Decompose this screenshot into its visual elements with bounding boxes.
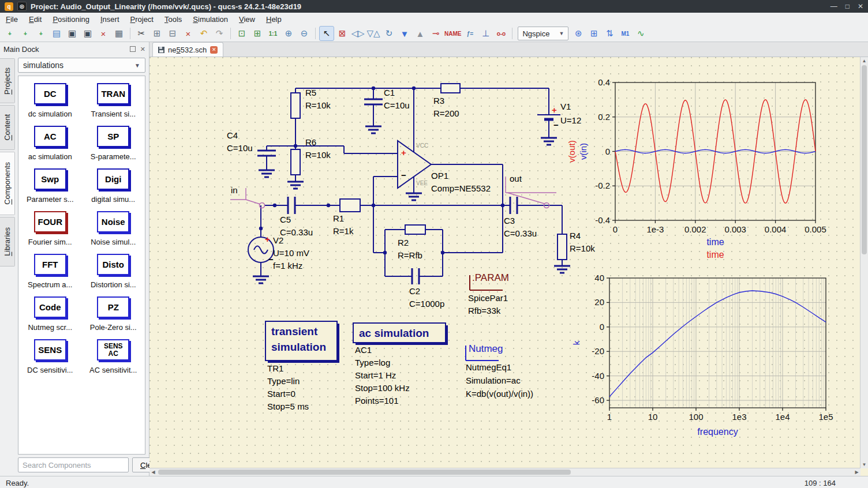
schematic-canvas[interactable]: 01e-30.0020.0030.0040.0050.40.20-0.2-0.4… — [149, 57, 868, 476]
schematic-label[interactable]: f=1 kHz — [273, 261, 302, 271]
schematic-label[interactable]: + — [552, 106, 557, 115]
component-digi[interactable]: Digidigital simu... — [82, 168, 145, 204]
select-tool-button[interactable]: ↖ — [319, 26, 334, 41]
schematic-label[interactable]: Stop=5 ms — [267, 402, 309, 412]
schematic-label[interactable]: R=200 — [433, 109, 459, 119]
schematic-label[interactable]: K=db(v(out)/v(in)) — [466, 389, 533, 399]
menu-simulation[interactable]: Simulation — [193, 15, 228, 24]
undo-button[interactable]: ↶ — [196, 26, 211, 41]
component-swp[interactable]: SwpParameter s... — [18, 168, 82, 204]
mirror-y-button[interactable]: ▽△ — [366, 26, 381, 41]
schematic-label[interactable]: C=1000p — [409, 299, 444, 309]
schematic-label[interactable]: Start=0 — [267, 389, 295, 399]
scroll-down-icon[interactable]: ▼ — [860, 461, 868, 468]
schematic-label[interactable]: + — [401, 148, 406, 158]
dock-tab-libraries[interactable]: Libraries — [0, 217, 15, 266]
tab-ne5532-sch[interactable]: ne5532.sch ✕ — [152, 42, 223, 57]
save-all-button[interactable]: ▣ — [80, 26, 95, 41]
dock-close-icon[interactable]: ✕ — [140, 46, 145, 53]
menu-project[interactable]: Project — [130, 15, 154, 24]
schematic-area[interactable]: 01e-30.0020.0030.0040.0050.40.20-0.2-0.4… — [149, 57, 860, 468]
schematic-label[interactable]: Points=101 — [355, 396, 398, 406]
horizontal-scroll-thumb[interactable] — [158, 470, 571, 475]
dock-float-icon[interactable] — [130, 46, 136, 52]
ports[interactable] — [230, 177, 556, 208]
insert-ground-button[interactable]: ⊥ — [478, 26, 493, 41]
wire-label-button[interactable]: NAME — [444, 26, 462, 41]
schematic-label[interactable]: C3 — [504, 216, 515, 226]
zoom-1-1-button[interactable]: 1:1 — [265, 26, 280, 41]
schematic-label[interactable]: R5 — [305, 88, 316, 98]
component-pz[interactable]: PZPole-Zero si... — [82, 296, 145, 332]
dock-tab-projects[interactable]: Projects — [0, 58, 15, 103]
scroll-left-icon[interactable]: ◀ — [149, 468, 157, 476]
insert-equation-button[interactable]: ƒ= — [462, 26, 477, 41]
schematic-label[interactable]: R4 — [570, 231, 581, 241]
simulate-button[interactable]: ⊛ — [571, 26, 586, 41]
component-four[interactable]: FOURFourier sim... — [18, 211, 82, 246]
schematic-label[interactable]: C=10u — [384, 101, 410, 111]
minimize-button[interactable]: — — [830, 2, 837, 10]
new-symbol-button[interactable]: + — [33, 26, 48, 41]
wave-probe-button[interactable]: ∿ — [633, 26, 648, 41]
print-button[interactable]: ▦ — [111, 26, 126, 41]
schematic-label[interactable]: + — [265, 235, 270, 245]
schematic-label[interactable]: in — [231, 186, 238, 196]
battery-v1[interactable] — [537, 115, 560, 119]
schematic-label[interactable]: R1 — [333, 214, 344, 224]
schematic-label[interactable]: VEE — [416, 180, 428, 186]
new-schematic-button[interactable]: + — [2, 26, 17, 41]
save-button[interactable]: ▣ — [65, 26, 80, 41]
zoom-out-button[interactable]: ⊖ — [297, 26, 312, 41]
component-dc[interactable]: DCdc simulation — [18, 83, 82, 118]
schematic-label[interactable]: U=10 mV — [273, 249, 309, 258]
component-disto[interactable]: DistoDistortion si... — [82, 254, 145, 289]
schematic-label[interactable]: Comp=NE5532 — [431, 184, 491, 194]
schematic-label[interactable]: OP1 — [431, 171, 448, 181]
paste-button[interactable]: ⊟ — [165, 26, 180, 41]
schematic-label[interactable]: AC1 — [355, 346, 372, 355]
dock-tab-content[interactable]: Content — [0, 105, 15, 150]
menu-insert[interactable]: Insert — [100, 15, 119, 24]
insert-wire-button[interactable]: ⊸ — [428, 26, 443, 41]
component-sp[interactable]: SPS-paramete... — [82, 126, 145, 161]
simulator-combo[interactable]: Ngspice▼ — [518, 27, 568, 40]
component-fft[interactable]: FFTSpectrum a... — [18, 254, 82, 289]
new-text-document-button[interactable]: + — [18, 26, 33, 41]
schematic-label[interactable]: C=0.33u — [280, 228, 313, 238]
tab-close-icon[interactable]: ✕ — [210, 46, 218, 54]
vertical-scrollbar[interactable]: ▲ ▼ — [860, 57, 868, 468]
schematic-label[interactable]: R=1k — [333, 227, 353, 237]
schematic-label[interactable]: Type=log — [355, 358, 390, 368]
transient-plot[interactable]: 01e-30.0020.0030.0040.0050.40.20-0.2-0.4… — [567, 77, 826, 260]
schematic-label[interactable]: − — [553, 121, 559, 130]
component-ac[interactable]: ACac simulation — [18, 126, 82, 161]
schematic-label[interactable]: Simulation=ac — [466, 376, 521, 386]
schematic-label[interactable]: R=10k — [570, 244, 595, 254]
component-group-combo[interactable]: simulations ▼ — [18, 58, 145, 73]
schematic-label[interactable]: V1 — [560, 102, 571, 112]
schematic-label[interactable]: C2 — [409, 287, 420, 296]
redo-button[interactable]: ↷ — [212, 26, 227, 41]
zoom-fit-button[interactable]: ⊡ — [234, 26, 249, 41]
measurement-m1-button[interactable]: M1 — [618, 26, 633, 41]
schematic-label[interactable]: C=0.33u — [504, 229, 537, 239]
schematic-label[interactable]: C5 — [280, 215, 291, 225]
simulation-box-transient[interactable]: transientsimulation — [265, 321, 338, 361]
menu-tools[interactable]: Tools — [164, 15, 182, 24]
ac-plot[interactable]: 1101001e31e41e540200-20-40-60frequencyk — [571, 273, 833, 437]
schematic-label[interactable]: SpicePar1 — [468, 294, 508, 303]
schematic-label[interactable]: Nutmeg — [469, 344, 503, 355]
component-sens[interactable]: SENSDC sensitivi... — [18, 339, 82, 374]
dock-tab-components[interactable]: Components — [0, 152, 15, 215]
schematic-label[interactable]: R3 — [433, 96, 444, 106]
schematic-label[interactable]: U=12 — [560, 116, 581, 126]
component-sens-ac[interactable]: SENS ACAC sensitivit... — [82, 339, 145, 374]
rotate-button[interactable]: ↻ — [381, 26, 396, 41]
mirror-x-button[interactable]: ◁▷ — [350, 26, 365, 41]
view-data-display-button[interactable]: ⊞ — [586, 26, 601, 41]
menu-file[interactable]: File — [6, 15, 18, 24]
zoom-selection-button[interactable]: ⊞ — [250, 26, 265, 41]
schematic-label[interactable]: out — [510, 174, 522, 184]
schematic-label[interactable]: Stop=100 kHz — [355, 384, 410, 393]
